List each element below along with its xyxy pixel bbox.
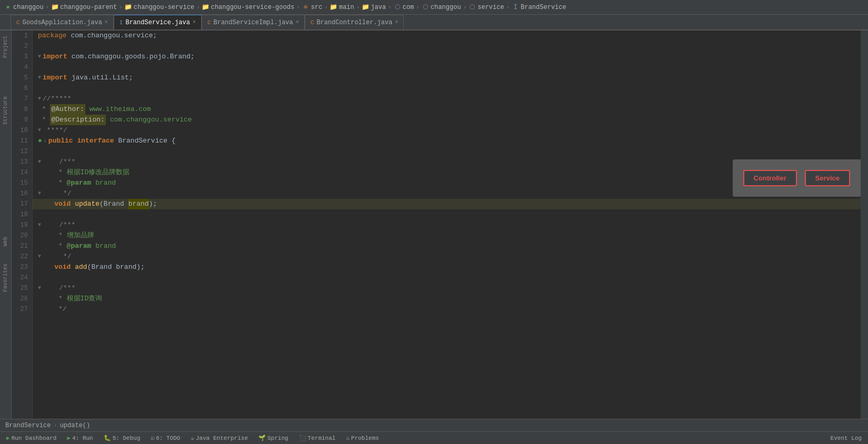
linenum-11: 11	[12, 136, 28, 146]
interface-icon-tab: I	[119, 19, 123, 26]
fold-7[interactable]: ▼	[38, 94, 41, 104]
bc-brandservice[interactable]: I BrandService	[512, 4, 566, 11]
tab-brandservice[interactable]: I BrandService.java ×	[114, 15, 202, 29]
code-line-24	[33, 273, 861, 283]
right-scrollbar[interactable]	[861, 31, 868, 419]
fold-16[interactable]: ▼	[38, 188, 41, 199]
bc-main[interactable]: 📁 main	[330, 4, 354, 11]
fold-13[interactable]: ▼	[38, 157, 41, 167]
fold-19[interactable]: ▼	[38, 220, 41, 230]
package-icon-1: ⬡	[422, 4, 429, 11]
controller-button[interactable]: Controller	[743, 170, 797, 186]
code-line-2	[33, 41, 861, 52]
code-line-26: * 根据ID查询	[33, 294, 861, 304]
problems-btn[interactable]: ⚠ Problems	[344, 432, 381, 444]
bc-bottom-update: update()	[60, 422, 91, 429]
terminal-btn[interactable]: ⬛ Terminal	[297, 432, 338, 444]
code-line-11: ● ↓ public interface BrandService {	[33, 136, 861, 146]
left-gutter: Project Structure Web Favorites	[0, 31, 12, 419]
code-line-4	[33, 62, 861, 73]
linenum-2: 2	[12, 41, 28, 52]
code-line-8: * @Author: www.itheima.com	[33, 104, 861, 115]
problems-icon: ⚠	[346, 435, 350, 441]
fold-10[interactable]: ▼	[38, 125, 41, 136]
tab-brandcontroller[interactable]: C BrandController.java ×	[305, 15, 404, 29]
interface-icon-bc: I	[512, 4, 519, 11]
bc-changgou-service-goods[interactable]: 📁 changgou-service-goods	[202, 4, 294, 11]
todo-btn[interactable]: ☑ 6: TODO	[149, 432, 183, 444]
package-icon-0: ⬡	[394, 4, 401, 11]
bc-changgou-service[interactable]: 📁 changgou-service	[125, 4, 194, 11]
bc-changgou2[interactable]: ⬡ changgou	[422, 4, 461, 11]
linenum-14: 14	[12, 167, 28, 178]
code-line-25: ▼ /***	[33, 283, 861, 294]
main-layout: Project Structure Web Favorites 1 2 3 4 …	[0, 31, 868, 419]
linenum-17: 17	[12, 199, 28, 209]
bc-sep-1: ›	[119, 4, 123, 11]
code-line-23: void add(Brand brand);	[33, 262, 861, 273]
arrow-11: ↓	[44, 136, 47, 146]
code-line-22: ▼ */	[33, 251, 861, 262]
linenum-10: 10	[12, 125, 28, 136]
close-tab-0[interactable]: ×	[105, 19, 108, 25]
folder-icon-1: 📁	[125, 4, 132, 11]
linenum-8: 8	[12, 104, 28, 115]
code-line-7: ▼ //*****	[33, 94, 861, 104]
spring-btn[interactable]: 🌱 Spring	[256, 432, 291, 444]
folder-icon-2: 📁	[202, 4, 209, 11]
favorites-label[interactable]: Favorites	[3, 261, 8, 295]
linenum-3: 3	[12, 52, 28, 62]
spring-icon: 🌱	[258, 435, 266, 441]
close-tab-1[interactable]: ×	[193, 19, 196, 25]
fold-22[interactable]: ▼	[38, 251, 41, 262]
close-tab-2[interactable]: ×	[296, 19, 299, 25]
bc-sep-7: ›	[416, 4, 420, 11]
run-btn[interactable]: ▶ 4: Run	[65, 432, 95, 444]
service-button[interactable]: Service	[805, 170, 850, 186]
tab-goodsapplication[interactable]: C GoodsApplication.java ×	[11, 15, 114, 29]
tab-brandserviceimpl[interactable]: C BrandServiceImpl.java ×	[202, 15, 305, 29]
impl-icon-11: ●	[38, 136, 42, 146]
folder-icon-0: 📁	[51, 4, 58, 11]
bc-sep-9: ›	[506, 4, 510, 11]
web-label[interactable]: Web	[3, 234, 8, 249]
linenum-12: 12	[12, 146, 28, 157]
code-line-10: ▼ ****/	[33, 125, 861, 136]
src-icon: ⊕	[302, 4, 310, 11]
bc-sep-3: ›	[296, 4, 300, 11]
linenum-6: 6	[12, 83, 28, 94]
structure-label[interactable]: Structure	[3, 94, 8, 127]
line-numbers: 1 2 3 4 5 6 7 8 9 10 11 12 13 14 15 16 1…	[12, 31, 33, 419]
editor-area[interactable]: package com.changgou.service; ▼ import c…	[33, 31, 861, 419]
bc-service[interactable]: ⬡ service	[468, 4, 504, 11]
debug-btn[interactable]: 🐛 5: Debug	[102, 432, 143, 444]
fold-5[interactable]: ▼	[38, 73, 41, 83]
java-enterprise-btn[interactable]: ☕ Java Enterprise	[188, 432, 250, 444]
close-tab-3[interactable]: ×	[395, 19, 398, 25]
fold-3[interactable]: ▼	[38, 52, 41, 62]
fold-25[interactable]: ▼	[38, 283, 41, 294]
project-icon: ●	[4, 4, 12, 11]
linenum-22: 22	[12, 251, 28, 262]
bc-sep-0: ›	[46, 4, 49, 11]
bc-changgou-parent[interactable]: 📁 changgou-parent	[51, 4, 117, 11]
bc-java[interactable]: 📁 java	[362, 4, 386, 11]
debug-icon: 🐛	[104, 435, 111, 441]
run-dashboard-icon: ▶	[6, 435, 10, 441]
bc-sep-4: ›	[324, 4, 328, 11]
project-panel-label[interactable]: Project	[3, 33, 8, 60]
run-icon: ▶	[67, 435, 71, 441]
run-dashboard-btn[interactable]: ▶ Run Dashboard	[4, 432, 58, 444]
code-line-1: package com.changgou.service;	[33, 31, 861, 41]
linenum-7: 7	[12, 94, 28, 104]
bc-src[interactable]: ⊕ src	[302, 4, 323, 11]
code-line-27: */	[33, 304, 861, 315]
bottom-toolbar: ▶ Run Dashboard ▶ 4: Run 🐛 5: Debug ☑ 6:…	[0, 431, 868, 444]
event-log-btn[interactable]: Event Log	[829, 432, 864, 444]
code-line-18	[33, 209, 861, 220]
bc-changgou[interactable]: ● changgou	[4, 4, 44, 11]
bc-com[interactable]: ⬡ com	[394, 4, 414, 11]
tab-bar: C GoodsApplication.java × I BrandService…	[0, 15, 868, 31]
linenum-15: 15	[12, 178, 28, 188]
linenum-21: 21	[12, 241, 28, 251]
